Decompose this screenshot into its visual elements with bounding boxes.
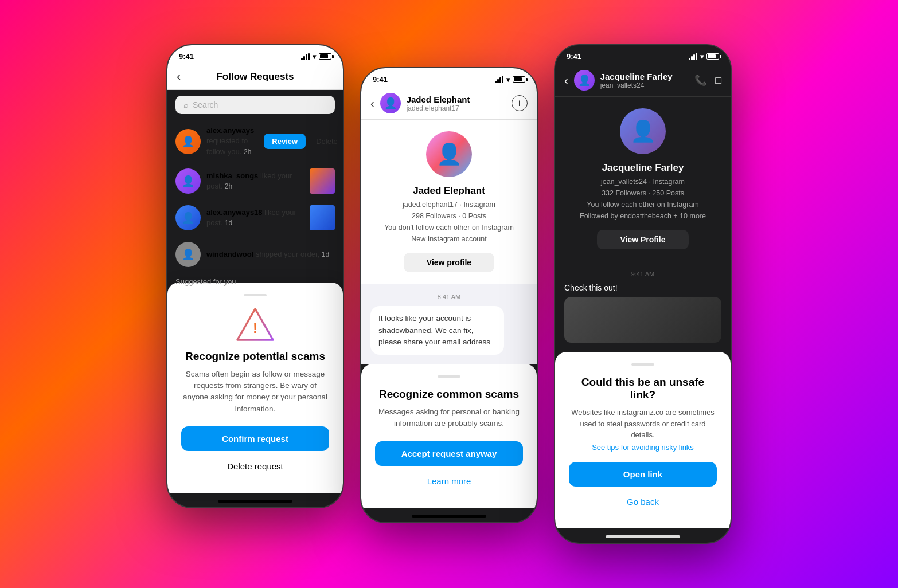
profile-meta-3: jean_vallets24 · Instagram 332 Followers… (564, 176, 721, 222)
notif-item-1: 👤 alex.anyways_ requested to follow you.… (167, 120, 343, 163)
notif-time-2: 2h (225, 182, 232, 190)
info-button-2[interactable]: i (512, 95, 528, 111)
notif-item-2: 👤 mishka_songs liked your post. 2h (167, 163, 343, 199)
search-icon-1: ⌕ (183, 100, 188, 109)
notif-username-1: alex.anyways_ (206, 126, 258, 135)
p3-username: jean_vallets24 (600, 81, 673, 89)
battery-icon-2 (513, 76, 525, 83)
warning-triangle-icon-1: ! (235, 307, 275, 342)
sheet-handle-2 (438, 375, 460, 378)
header-actions-3: 📞 □ (694, 74, 721, 87)
status-bar-3: 9:41 ▾ (555, 45, 731, 64)
p3-avatar: 👤 (574, 70, 595, 91)
chat-area-3: 9:41 AM Check this out! (555, 261, 731, 352)
chat-text-3: Check this out! (564, 283, 721, 292)
time-2: 9:41 (373, 75, 388, 84)
profile-follow-status-2: You don't follow each other on Instagram (384, 224, 514, 232)
search-placeholder-1: Search (193, 100, 218, 109)
back-button-2[interactable]: ‹ (370, 97, 374, 110)
sheet-desc-2: Messages asking for personal or banking … (375, 406, 523, 430)
post-thumb-2 (310, 168, 335, 194)
chat-area-2: 8:41 AM It looks like your account is sh… (361, 284, 537, 364)
chat-time-3: 9:41 AM (564, 271, 721, 277)
battery-icon-1 (319, 53, 331, 60)
view-profile-button-2[interactable]: View profile (404, 253, 494, 272)
avatar-2: 👤 (175, 168, 201, 194)
status-icons-2: ▾ (495, 76, 525, 84)
status-icons-3: ▾ (689, 53, 719, 61)
p2-display-name: Jaded Elephant (407, 95, 470, 104)
back-button-3[interactable]: ‹ (564, 74, 568, 87)
go-back-button[interactable]: Go back (569, 492, 717, 511)
chat-image-3 (564, 297, 721, 343)
p3-display-name: Jacqueline Farley (600, 72, 673, 81)
profile-avatar-3: 👤 (620, 108, 666, 154)
notif-username-2: mishka_songs (206, 171, 258, 180)
notif-time-3: 1d (225, 219, 232, 227)
avatar-1: 👤 (175, 129, 201, 154)
profile-card-3: 👤 Jacqueline Farley jean_vallets24 · Ins… (555, 97, 731, 261)
phone2-header: ‹ 👤 Jaded Elephant jaded.elephant17 i (361, 87, 537, 120)
phone-2: 9:41 ▾ ‹ 👤 Jaded Elephant jaded.ele (360, 67, 538, 523)
profile-full-name-3: Jacqueline Farley (564, 162, 721, 174)
chat-time-2: 8:41 AM (370, 293, 528, 300)
video-icon-3[interactable]: □ (715, 75, 721, 87)
wifi-icon-1: ▾ (313, 53, 316, 61)
phone-icon-3[interactable]: 📞 (694, 74, 707, 87)
profile-username-2: jaded.elephant17 (403, 201, 458, 209)
phone-1: 9:41 ▾ ‹ Follow Requests ⌕ Sear (166, 44, 344, 508)
svg-text:!: ! (253, 320, 257, 336)
profile-platform-2: Instagram (463, 201, 495, 209)
signal-icon-2 (495, 76, 503, 83)
open-link-button[interactable]: Open link (569, 462, 717, 487)
back-button-1[interactable]: ‹ (177, 69, 181, 84)
wifi-icon-2: ▾ (506, 76, 510, 84)
home-indicator-2 (412, 515, 486, 518)
sheet-desc-1: Scams often begin as follow or message r… (181, 369, 329, 415)
view-profile-button-3[interactable]: View Profile (597, 230, 688, 249)
time-3: 9:41 (567, 52, 581, 61)
status-icons-1: ▾ (301, 53, 331, 61)
confirm-request-button[interactable]: Confirm request (181, 426, 329, 451)
learn-more-button[interactable]: Learn more (375, 472, 523, 491)
delete-request-button[interactable]: Delete request (181, 457, 329, 476)
notif-username-3: alex.anyways18 (206, 208, 263, 217)
search-bar-1[interactable]: ⌕ Search (175, 96, 335, 114)
signal-icon-1 (301, 53, 310, 60)
sheet-title-3: Could this be an unsafe link? (569, 376, 717, 401)
profile-meta-2: jaded.elephant17 · Instagram 298 Followe… (370, 199, 528, 245)
sheet-handle-1 (244, 294, 267, 296)
post-thumb-3 (310, 205, 335, 230)
phone1-header: ‹ Follow Requests (167, 64, 343, 90)
status-bar-2: 9:41 ▾ (361, 68, 537, 87)
review-button[interactable]: Review (264, 134, 306, 149)
delete-button[interactable]: Delete (316, 137, 338, 146)
sheet-desc-3: Websites like instagramz.co are sometime… (569, 407, 717, 441)
p2-username: jaded.elephant17 (407, 104, 470, 112)
notif-action-1: requested to follow you. (206, 136, 248, 155)
phone-3: 9:41 ▾ ‹ 👤 Jacqueline Farley jean_v (554, 44, 732, 544)
notif-item-4: 👤 windandwool shipped your order, 1d (167, 236, 343, 273)
warning-icon-wrap-1: ! (181, 307, 329, 342)
profile-full-name-2: Jaded Elephant (370, 185, 528, 197)
profile-avatar-2: 👤 (426, 131, 472, 177)
chat-bubble-2: It looks like your account is shadowbann… (370, 306, 504, 355)
home-indicator-3 (606, 535, 680, 538)
notif-item-3: 👤 alex.anyways18 liked your post. 1d (167, 199, 343, 236)
time-1: 9:41 (179, 52, 194, 61)
p2-avatar: 👤 (380, 93, 401, 113)
profile-username-3: jean_vallets24 (601, 178, 647, 186)
notif-username-4: windandwool (206, 250, 253, 258)
sheet-title-2: Recognize common scams (375, 388, 523, 401)
bottom-sheet-2: Recognize common scams Messages asking f… (361, 364, 537, 508)
phone3-header: ‹ 👤 Jacqueline Farley jean_vallets24 📞 □ (555, 64, 731, 97)
status-bar-1: 9:41 ▾ (167, 45, 343, 64)
notif-time-1: 2h (244, 148, 251, 156)
notif-action-4: shipped your order, (256, 250, 322, 258)
accept-request-button[interactable]: Accept request anyway (375, 441, 523, 466)
page-title-1: Follow Requests (216, 71, 294, 83)
sheet-title-1: Recognize potential scams (181, 350, 329, 363)
profile-platform-3: Instagram (653, 178, 685, 186)
profile-card-2: 👤 Jaded Elephant jaded.elephant17 · Inst… (361, 120, 537, 284)
risky-links-link[interactable]: See tips for avoiding risky links (569, 443, 717, 452)
